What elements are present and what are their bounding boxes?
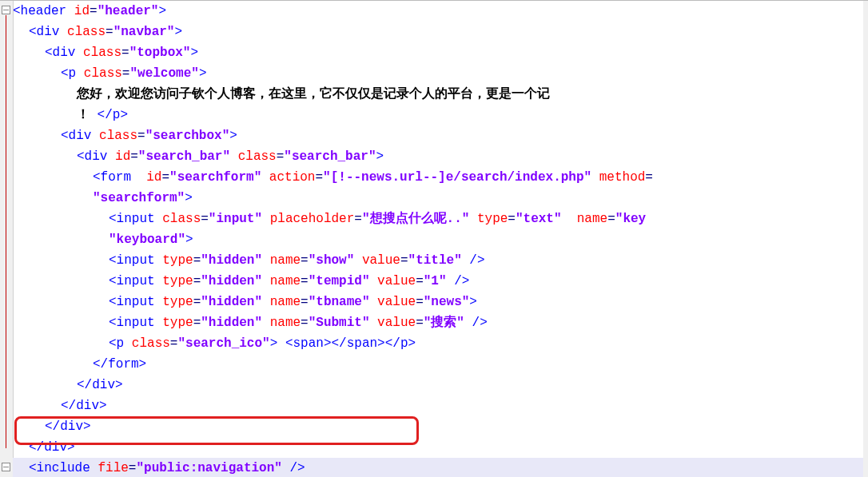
code-line[interactable]: <input type="hidden" name="show" value="…: [13, 250, 863, 271]
code-line[interactable]: <header id="header">: [13, 1, 863, 22]
code-editor[interactable]: <header id="header"> <div class="navbar"…: [0, 0, 868, 477]
fold-toggle[interactable]: [2, 6, 10, 14]
code-line[interactable]: 您好，欢迎您访问子钦个人博客，在这里，它不仅仅是记录个人的平台，更是一个记: [13, 84, 863, 105]
code-line[interactable]: "keyboard">: [13, 229, 863, 250]
code-line[interactable]: <div class="searchbox">: [13, 125, 863, 146]
code-line[interactable]: <p class="search_ico"> <span></span></p>: [13, 333, 863, 354]
code-line[interactable]: <input type="hidden" name="tbname" value…: [13, 292, 863, 312]
code-line[interactable]: <div class="topbox">: [13, 42, 863, 63]
code-line[interactable]: <input class="input" placeholder="想搜点什么呢…: [13, 209, 863, 229]
code-line[interactable]: <input type="hidden" name="tempid" value…: [13, 271, 863, 292]
code-line[interactable]: </form>: [13, 354, 863, 375]
code-line[interactable]: <input type="hidden" name="Submit" value…: [13, 312, 863, 333]
code-line[interactable]: <div class="navbar">: [13, 22, 863, 42]
vertical-scrollbar[interactable]: [863, 1, 868, 477]
code-line[interactable]: </div>: [13, 437, 863, 458]
code-line[interactable]: ！ </p>: [13, 105, 863, 125]
code-area[interactable]: <header id="header"> <div class="navbar"…: [13, 1, 863, 477]
code-line[interactable]: "searchform">: [13, 188, 863, 209]
code-line[interactable]: </div>: [13, 416, 863, 437]
code-line[interactable]: </div>: [13, 396, 863, 416]
fold-gutter: [0, 1, 14, 477]
code-line[interactable]: </div>: [13, 375, 863, 396]
code-line[interactable]: <div id="search_bar" class="search_bar">: [13, 146, 863, 167]
code-line-highlighted[interactable]: <include file="public:navigation" />: [13, 458, 863, 477]
code-line[interactable]: <p class="welcome">: [13, 63, 863, 84]
fold-toggle[interactable]: [2, 463, 10, 471]
code-line[interactable]: <form id="searchform" action="[!--news.u…: [13, 167, 863, 188]
